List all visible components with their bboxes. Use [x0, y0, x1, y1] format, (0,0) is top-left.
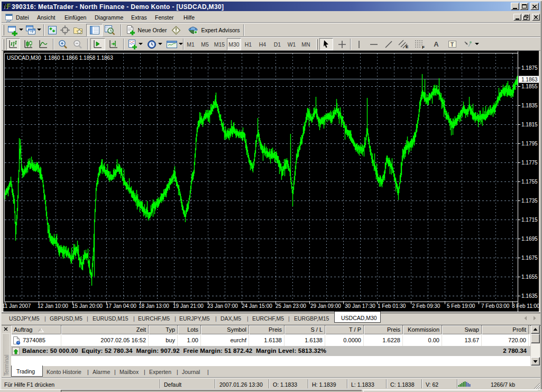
svg-text:1.1855: 1.1855	[521, 84, 538, 89]
svg-text:1.1795: 1.1795	[521, 141, 538, 147]
svg-text:17 Jan 04:00: 17 Jan 04:00	[106, 303, 136, 309]
svg-text:T: T	[451, 42, 454, 48]
svg-text:29 Jan 09:00: 29 Jan 09:00	[310, 303, 341, 309]
svg-text:1.1695: 1.1695	[521, 236, 538, 242]
svg-text:23 Jan 07:00: 23 Jan 07:00	[207, 303, 238, 309]
svg-text:11 Jan 2007: 11 Jan 2007	[2, 303, 31, 309]
svg-text:1 Feb 01:30: 1 Feb 01:30	[378, 303, 406, 309]
svg-text:F: F	[422, 45, 425, 49]
svg-text:1.1735: 1.1735	[521, 198, 538, 204]
svg-text:1.1675: 1.1675	[521, 255, 538, 261]
svg-text:1.1815: 1.1815	[521, 122, 538, 127]
svg-text:5 Feb 19:00: 5 Feb 19:00	[447, 303, 475, 309]
svg-text:18 Jan 13:00: 18 Jan 13:00	[139, 303, 169, 309]
svg-text:1.1775: 1.1775	[521, 160, 538, 166]
svg-text:8 Feb 11:00: 8 Feb 11:00	[512, 303, 540, 309]
svg-text:24 Jan 15:00: 24 Jan 15:00	[242, 303, 272, 309]
svg-text:Terminal: Terminal	[3, 354, 10, 376]
svg-text:19 Jan 21:00: 19 Jan 21:00	[173, 303, 204, 309]
svg-text:30 Jan 17:30: 30 Jan 17:30	[345, 303, 375, 309]
svg-text:1.1835: 1.1835	[521, 103, 538, 108]
svg-text:USDCAD,M30 1.1860 1.1866 1.18: USDCAD,M30 1.1860 1.1866 1.1858 1.1863	[7, 55, 113, 61]
svg-text:1.1863: 1.1863	[521, 77, 538, 83]
svg-text:1.1875: 1.1875	[521, 65, 538, 71]
svg-text:1.1635: 1.1635	[521, 293, 538, 299]
svg-text:7 Feb 03:00: 7 Feb 03:00	[481, 303, 510, 309]
svg-text:1.1715: 1.1715	[521, 217, 538, 223]
svg-text:12 Jan 10:00: 12 Jan 10:00	[38, 303, 68, 309]
svg-text:1.1755: 1.1755	[521, 179, 538, 185]
svg-text:1.1655: 1.1655	[521, 274, 538, 280]
svg-text:2 Feb 09:30: 2 Feb 09:30	[412, 303, 440, 309]
svg-text:15 Jan 20:00: 15 Jan 20:00	[72, 303, 103, 309]
svg-text:E: E	[406, 44, 409, 49]
svg-text:25 Jan 23:00: 25 Jan 23:00	[275, 303, 306, 309]
